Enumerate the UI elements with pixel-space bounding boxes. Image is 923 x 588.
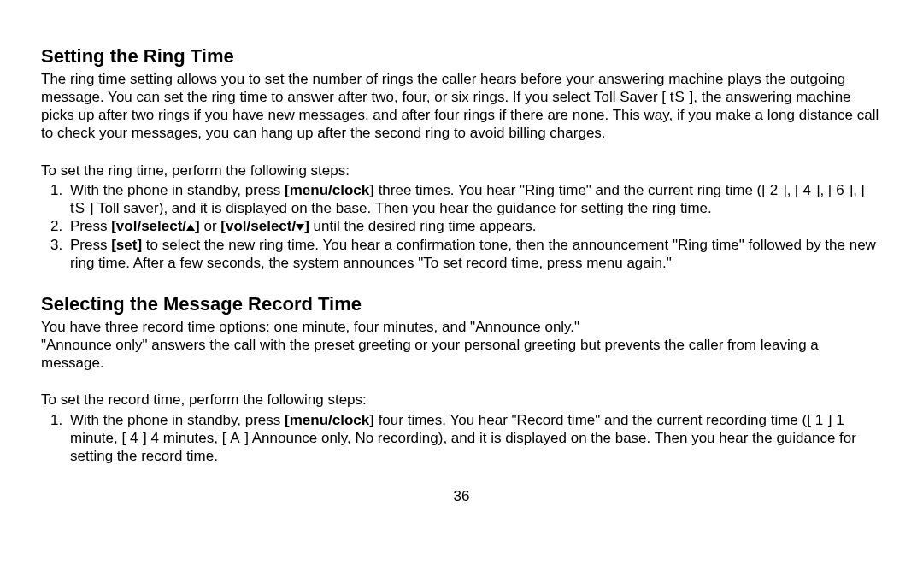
- text: ], [: [845, 182, 866, 198]
- glyph-1: 1: [815, 412, 824, 428]
- text: to select the new ring time. You hear a …: [70, 237, 876, 271]
- text: ], [: [779, 182, 802, 198]
- text: Press: [70, 218, 111, 234]
- menu-clock-key: [menu/clock]: [285, 412, 374, 428]
- glyph-ts: tS: [670, 89, 685, 105]
- record-step-1: With the phone in standby, press [menu/c…: [67, 411, 882, 466]
- ring-time-lead: To set the ring time, perform the follow…: [41, 162, 882, 179]
- ring-step-2: Press [vol/select/] or [vol/select/] unt…: [67, 217, 882, 235]
- text: ], [: [812, 182, 836, 198]
- text: ] Toll saver), and it is displayed on th…: [85, 200, 712, 216]
- text: four times. You hear "Record time" and t…: [374, 412, 815, 428]
- announce-only-desc: "Announce only" answers the call with th…: [41, 336, 882, 373]
- caron-up-icon: [186, 224, 195, 231]
- caron-down-icon: [296, 224, 304, 231]
- text: until the desired ring time appears.: [309, 218, 537, 234]
- text: [vol/select/: [111, 218, 186, 234]
- page-number: 36: [41, 487, 882, 505]
- manual-page: Setting the Ring Time The ring time sett…: [0, 0, 923, 516]
- record-time-lead: To set the record time, perform the foll…: [41, 391, 882, 409]
- ring-time-steps: With the phone in standby, press [menu/c…: [41, 181, 882, 272]
- record-time-steps: With the phone in standby, press [menu/c…: [41, 411, 882, 466]
- text: ] 4 minutes, [: [138, 430, 230, 446]
- text: Press: [70, 237, 111, 253]
- glyph-A: A: [230, 430, 240, 446]
- glyph-4: 4: [130, 430, 138, 446]
- ring-step-3: Press [set] to select the new ring time.…: [67, 236, 882, 273]
- heading-ring-time: Setting the Ring Time: [41, 44, 882, 68]
- text: With the phone in standby, press: [70, 412, 285, 428]
- ring-step-1: With the phone in standby, press [menu/c…: [67, 181, 882, 218]
- vol-select-down-key: [vol/select/]: [220, 218, 309, 234]
- glyph-6: 6: [836, 182, 844, 198]
- text: [vol/select/: [220, 218, 296, 234]
- record-time-options: You have three record time options: one …: [41, 318, 882, 336]
- glyph-2: 2: [770, 182, 779, 198]
- text: three times. You hear "Ring time" and th…: [374, 182, 770, 198]
- text: With the phone in standby, press: [70, 182, 285, 198]
- menu-clock-key: [menu/clock]: [285, 182, 374, 198]
- set-key: [set]: [111, 237, 142, 253]
- text: or: [200, 218, 221, 234]
- glyph-4: 4: [803, 182, 812, 198]
- glyph-ts: tS: [70, 200, 85, 216]
- ring-time-intro: The ring time setting allows you to set …: [41, 70, 882, 143]
- heading-record-time: Selecting the Message Record Time: [41, 292, 882, 316]
- vol-select-up-key: [vol/select/]: [111, 218, 200, 234]
